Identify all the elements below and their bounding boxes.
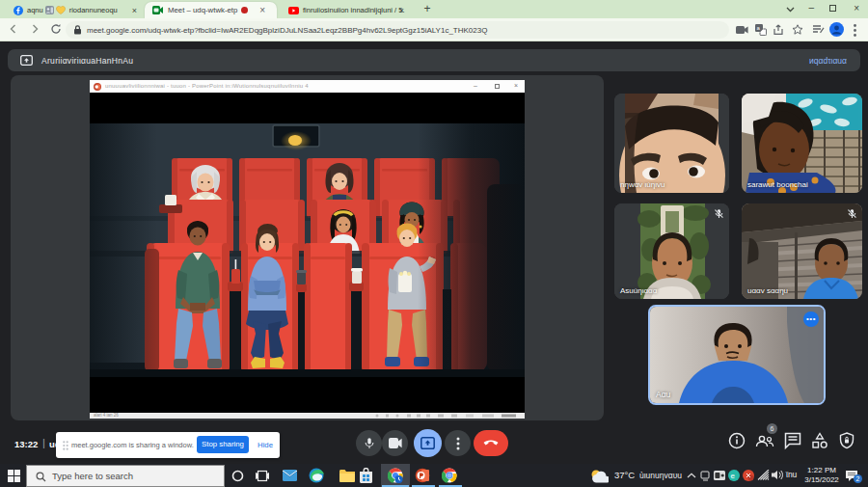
svg-text:e: e: [730, 472, 735, 480]
